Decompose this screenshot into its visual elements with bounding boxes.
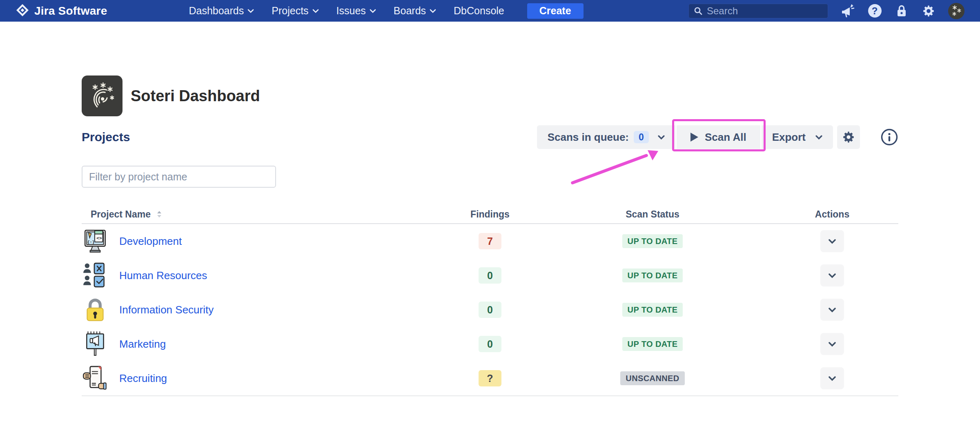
scan-status-badge: UP TO DATE xyxy=(622,303,683,317)
development-project-icon: <> {·} xyxy=(82,228,109,255)
nav-dbconsole-label: DbConsole xyxy=(454,5,504,17)
export-button[interactable]: Export xyxy=(762,125,833,149)
chevron-down-icon xyxy=(247,9,254,13)
chevron-down-icon xyxy=(658,135,665,140)
nav-boards[interactable]: Boards xyxy=(394,5,436,17)
scan-status-badge: UP TO DATE xyxy=(622,337,683,351)
chevron-down-icon xyxy=(828,307,836,313)
svg-text:{·}: {·} xyxy=(87,240,95,244)
sort-icon xyxy=(156,210,162,218)
gear-icon[interactable] xyxy=(921,4,936,18)
jira-diamond-icon xyxy=(16,3,29,19)
findings-badge: 7 xyxy=(479,233,501,249)
table-row: Human Resources 0 UP TO DATE xyxy=(82,258,898,293)
row-actions-button[interactable] xyxy=(820,333,844,355)
project-link[interactable]: Information Security xyxy=(119,304,214,316)
chevron-down-icon xyxy=(430,9,436,13)
scan-status-badge: UP TO DATE xyxy=(622,234,683,248)
nav-projects[interactable]: Projects xyxy=(272,5,318,17)
nav-issues[interactable]: Issues xyxy=(336,5,376,17)
column-project-name[interactable]: Project Name xyxy=(82,209,441,220)
human-resources-project-icon xyxy=(82,262,109,289)
info-icon xyxy=(880,128,898,146)
marketing-project-icon xyxy=(82,331,109,357)
table-row: Information Security 0 UP TO DATE xyxy=(82,293,898,327)
gear-icon xyxy=(842,130,855,144)
search-icon xyxy=(694,7,703,16)
column-findings: Findings xyxy=(441,209,539,220)
announcement-icon[interactable] xyxy=(840,4,855,18)
table-body: <> {·} Development 7 UP TO DATE xyxy=(82,224,898,396)
row-actions-button[interactable] xyxy=(820,230,844,252)
project-link[interactable]: Recruiting xyxy=(119,372,167,385)
row-actions-button[interactable] xyxy=(820,264,844,286)
project-link[interactable]: Development xyxy=(119,235,182,248)
information-security-project-icon xyxy=(82,296,109,323)
top-navbar: Jira Software Dashboards Projects Issues… xyxy=(0,0,980,22)
navbar-right: ? xyxy=(688,3,964,19)
main-content: Soteri Dashboard Projects Scans in queue… xyxy=(0,75,980,396)
column-actions: Actions xyxy=(766,209,898,220)
project-link[interactable]: Marketing xyxy=(119,338,166,351)
row-actions-button[interactable] xyxy=(820,299,844,321)
projects-toolbar-row: Projects Scans in queue: 0 Scan All Expo… xyxy=(82,124,898,150)
scan-status-badge: UNSCANNED xyxy=(620,371,684,385)
scans-in-queue-label: Scans in queue: xyxy=(548,131,629,144)
projects-heading: Projects xyxy=(82,130,130,144)
table-row: <> {·} Development 7 UP TO DATE xyxy=(82,224,898,258)
chevron-down-icon xyxy=(828,239,836,244)
table-row: Marketing 0 UP TO DATE xyxy=(82,327,898,361)
help-icon[interactable]: ? xyxy=(867,4,882,18)
chevron-down-icon xyxy=(312,9,319,13)
scans-in-queue-count: 0 xyxy=(634,131,649,143)
findings-badge: 0 xyxy=(479,267,501,284)
nav-dbconsole[interactable]: DbConsole xyxy=(454,5,504,17)
avatar-snowflake-pattern xyxy=(949,4,963,18)
project-link[interactable]: Human Resources xyxy=(119,269,207,282)
projects-table: Project Name Findings Scan Status Action… xyxy=(82,205,898,396)
row-actions-button[interactable] xyxy=(820,367,844,389)
nav-issues-label: Issues xyxy=(336,5,366,17)
table-row: Recruiting ? UNSCANNED xyxy=(82,361,898,395)
page-title: Soteri Dashboard xyxy=(131,87,260,105)
chevron-down-icon xyxy=(370,9,376,13)
scan-all-button[interactable]: Scan All xyxy=(677,125,760,149)
info-button[interactable] xyxy=(880,128,898,146)
findings-badge: 0 xyxy=(479,336,501,352)
page-header: Soteri Dashboard xyxy=(82,75,898,116)
soteri-app-icon xyxy=(82,75,122,116)
chevron-down-icon xyxy=(828,376,836,381)
column-scan-status: Scan Status xyxy=(539,209,766,220)
logo-text: Jira Software xyxy=(34,4,107,18)
nav-projects-label: Projects xyxy=(272,5,308,17)
findings-badge: ? xyxy=(479,370,501,386)
chevron-down-icon xyxy=(815,135,822,140)
table-header: Project Name Findings Scan Status Action… xyxy=(82,205,898,224)
play-icon xyxy=(690,133,698,142)
recruiting-project-icon xyxy=(82,365,109,392)
chevron-down-icon xyxy=(828,273,836,278)
global-search[interactable] xyxy=(688,4,828,18)
create-button[interactable]: Create xyxy=(527,3,584,19)
jira-logo[interactable]: Jira Software xyxy=(16,3,107,19)
scan-status-badge: UP TO DATE xyxy=(622,269,683,282)
user-avatar[interactable] xyxy=(948,3,964,19)
scan-all-label: Scan All xyxy=(705,131,746,144)
lock-icon[interactable] xyxy=(894,4,909,18)
export-label: Export xyxy=(772,131,806,144)
nav-dashboards[interactable]: Dashboards xyxy=(189,5,254,17)
settings-gear-button[interactable] xyxy=(837,125,860,149)
nav-boards-label: Boards xyxy=(394,5,426,17)
project-filter-input[interactable] xyxy=(82,166,276,188)
nav-dashboards-label: Dashboards xyxy=(189,5,244,17)
findings-badge: 0 xyxy=(479,302,501,318)
svg-text:<>: <> xyxy=(96,235,102,241)
scans-in-queue-button[interactable]: Scans in queue: 0 xyxy=(537,125,675,149)
nav-menu: Dashboards Projects Issues Boards DbCons… xyxy=(189,5,504,17)
search-input[interactable] xyxy=(707,5,823,17)
scan-toolbar: Scans in queue: 0 Scan All Export xyxy=(537,125,898,149)
chevron-down-icon xyxy=(828,342,836,347)
